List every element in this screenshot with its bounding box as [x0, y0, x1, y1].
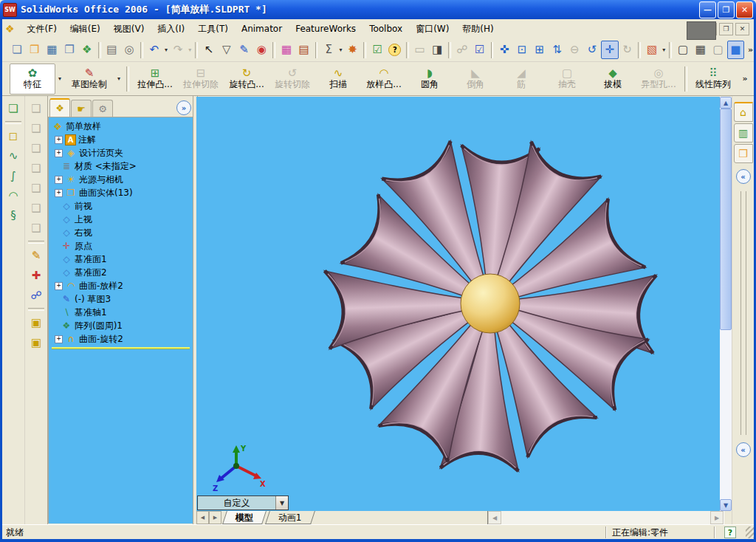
sweep-button[interactable]: ∿ 扫描: [315, 64, 361, 95]
expand-plus-icon[interactable]: +: [55, 149, 63, 157]
tree-item-plane2[interactable]: ◇ 基准面2: [50, 266, 193, 279]
menu-featureworks[interactable]: FeatureWorks: [289, 21, 362, 36]
view-orientation-dropdown[interactable]: ▾: [661, 47, 667, 53]
shaded-button[interactable]: ■: [727, 41, 745, 59]
view-cube-bottom-button[interactable]: ❑: [27, 199, 46, 218]
toolbar-overflow-button[interactable]: »: [747, 45, 754, 55]
expand-plus-icon[interactable]: +: [55, 189, 63, 197]
selection-filter-button[interactable]: ▽: [218, 41, 236, 59]
title-bar[interactable]: SW SolidWorks Office 2006 - [简单放样.SLDPRT…: [0, 0, 756, 19]
tab-animation1[interactable]: 动画1: [265, 511, 315, 524]
tab-scroll-right-button[interactable]: ▶: [209, 511, 221, 524]
shell-button[interactable]: ▢ 抽壳: [544, 64, 590, 95]
offset-entities-button[interactable]: ▣: [27, 334, 46, 352]
expand-plus-icon[interactable]: +: [55, 282, 63, 290]
tree-item-lights-cameras[interactable]: + ☀ 光源与相机: [50, 173, 193, 186]
hidden-lines-removed-button[interactable]: ▢: [709, 41, 727, 59]
tree-item-sketch3[interactable]: ✎ (-) 草图3: [50, 292, 193, 306]
tree-item-origin[interactable]: ✛ 原点: [50, 239, 193, 253]
derived-sketch-button[interactable]: ☍: [27, 287, 46, 305]
rollback-bar[interactable]: [52, 347, 190, 349]
task-pane-drag-handle[interactable]: [740, 191, 746, 435]
measure-dropdown[interactable]: ▾: [337, 47, 344, 53]
open-button[interactable]: ❒: [26, 41, 44, 59]
save-button[interactable]: ▦: [43, 41, 61, 59]
revolved-boss-button[interactable]: ↻ 旋转凸...: [224, 64, 269, 95]
task-pane-collapse-button[interactable]: «: [736, 169, 751, 184]
curvature-button[interactable]: ✸: [344, 41, 362, 59]
tree-item-surface-loft2[interactable]: + ◠ 曲面-放样2: [50, 279, 193, 292]
chamfer-button[interactable]: ◣ 倒角: [453, 64, 498, 95]
orientation-combo-value[interactable]: 自定义: [198, 496, 275, 510]
menu-window[interactable]: 窗口(W): [409, 21, 456, 38]
zoom-in-out-button[interactable]: ⇅: [549, 41, 566, 59]
close-button[interactable]: ✕: [736, 1, 753, 18]
tree-item-surface-bodies[interactable]: + ❒ 曲面实体(13): [50, 186, 193, 199]
hole-wizard-button[interactable]: ◎ 异型孔...: [636, 64, 681, 95]
zoom-previous-button[interactable]: ⊖: [566, 41, 583, 59]
vertical-scrollbar[interactable]: ▲ ▼: [720, 97, 732, 511]
rib-button[interactable]: ◢ 筋: [498, 64, 544, 95]
expand-plus-icon[interactable]: +: [55, 335, 63, 343]
task-pane-collapse-button-lower[interactable]: «: [736, 442, 751, 457]
tree-item-surface-revolve2[interactable]: + ∩ 曲面-旋转2: [50, 332, 193, 346]
curve-3d-button[interactable]: ∿: [4, 147, 23, 165]
loft-button[interactable]: ◠ 放样凸...: [361, 64, 407, 95]
planar-surface-button[interactable]: ❏: [4, 100, 23, 118]
undo-button[interactable]: ↶: [145, 41, 163, 59]
print-preview-button[interactable]: ◎: [120, 41, 138, 59]
swept-surface-button[interactable]: ∫: [4, 167, 23, 185]
measure-button[interactable]: Σ: [320, 41, 337, 59]
solidworks-resources-button[interactable]: ⌂: [734, 102, 753, 122]
features-overflow-button[interactable]: »: [740, 64, 749, 94]
features-tab-button[interactable]: ✿ 特征: [10, 64, 55, 95]
lofted-petal-fan[interactable]: [325, 140, 659, 473]
horizontal-scrollbar[interactable]: ◀ ▶: [487, 511, 732, 524]
tab-feature-manager[interactable]: ❖: [49, 98, 70, 117]
edrawings-publish-button[interactable]: ▭: [411, 41, 429, 59]
select-button[interactable]: ↖: [200, 41, 218, 59]
scroll-left-button[interactable]: ◀: [488, 511, 501, 524]
traffic-light-button[interactable]: ◉: [252, 41, 270, 59]
linear-pattern-button[interactable]: ⠿ 线性阵列: [690, 64, 736, 95]
tab-configuration-manager[interactable]: ⚙: [92, 100, 113, 117]
tree-item-right-plane[interactable]: ◇ 右视: [50, 226, 193, 239]
color-button[interactable]: ▦: [278, 41, 295, 59]
extruded-surface-button[interactable]: ◻: [4, 127, 23, 145]
doc-restore-button[interactable]: ❐: [719, 23, 733, 35]
extruded-boss-button[interactable]: ⊞ 拉伸凸...: [132, 64, 178, 95]
rotate-view-button[interactable]: ↺: [583, 41, 601, 59]
scroll-up-button[interactable]: ▲: [720, 97, 732, 109]
minimize-button[interactable]: —: [699, 1, 716, 18]
helix-curve-button[interactable]: §: [4, 207, 23, 225]
texture-button[interactable]: ▤: [295, 41, 313, 59]
view-cube-iso-button[interactable]: ❑: [27, 219, 46, 238]
horizontal-scroll-track[interactable]: [501, 511, 710, 524]
menu-help[interactable]: 帮助(H): [456, 21, 500, 38]
zoom-to-selection-button[interactable]: ✜: [495, 41, 513, 59]
view-cube-right-button[interactable]: ❑: [27, 159, 46, 178]
hidden-lines-visible-button[interactable]: ▦: [692, 41, 709, 59]
menu-toolbox[interactable]: Toolbox: [362, 21, 409, 36]
tree-item-axis1[interactable]: ∖ 基准轴1: [50, 306, 193, 319]
convert-entities-button[interactable]: ▣: [27, 314, 46, 332]
pan-button[interactable]: ✛: [601, 41, 619, 59]
zoom-to-fit-button[interactable]: ⊡: [513, 41, 531, 59]
file-explorer-button[interactable]: ❒: [734, 144, 753, 163]
new-sketch-button[interactable]: ✎: [27, 247, 46, 265]
view-cube-top-button[interactable]: ❑: [27, 179, 46, 198]
menu-tools[interactable]: 工具(T): [191, 21, 235, 38]
view-cube-back-button[interactable]: ❑: [27, 120, 46, 138]
scroll-right-button[interactable]: ▶: [710, 511, 724, 524]
sketch-tab-button[interactable]: ✎ 草图绘制: [64, 64, 114, 95]
fillet-button[interactable]: ◗ 圆角: [407, 64, 453, 95]
help-button[interactable]: ?: [386, 41, 404, 59]
tab-scroll-left-button[interactable]: ◀: [196, 511, 209, 524]
tree-item-design-binder[interactable]: + ◈ 设计活页夹: [50, 146, 193, 159]
graphics-area[interactable]: Y X Z 自定义 ▼: [196, 97, 720, 511]
dependency-viewer-button[interactable]: ☍: [453, 41, 471, 59]
zoom-to-area-button[interactable]: ⊞: [531, 41, 549, 59]
revolved-cut-button[interactable]: ↺ 旋转切除: [269, 64, 315, 95]
extruded-cut-button[interactable]: ⊟ 拉伸切除: [178, 64, 224, 95]
combo-dropdown-button[interactable]: ▼: [275, 496, 288, 510]
